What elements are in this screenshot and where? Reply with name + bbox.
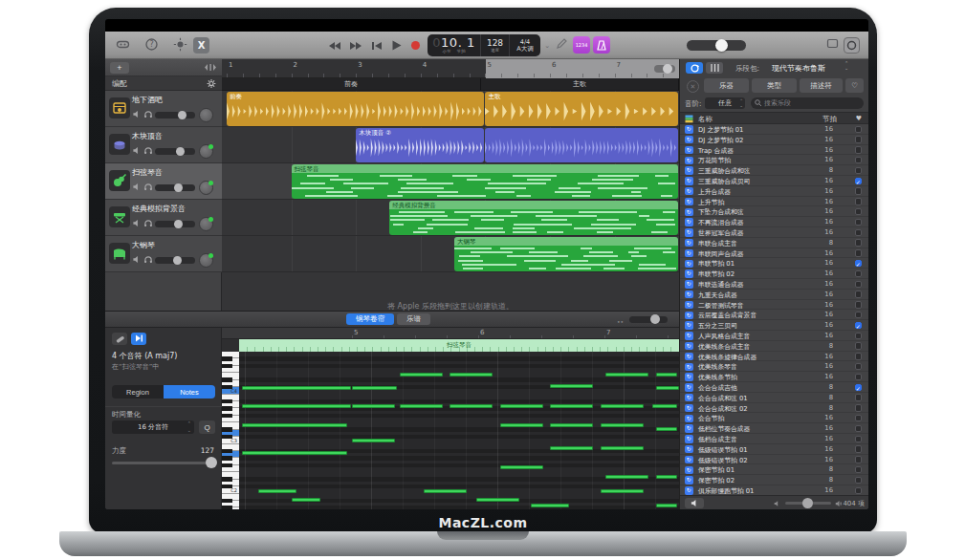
loop-favorite-checkbox[interactable]: [855, 187, 863, 195]
loop-row-35[interactable]: ↻保密节拍 028: [680, 475, 868, 485]
loop-favorite-checkbox[interactable]: [855, 157, 863, 164]
loop-favorite-checkbox[interactable]: [855, 167, 863, 175]
loop-favorite-checkbox[interactable]: [855, 291, 863, 298]
loop-favorite-checkbox[interactable]: [855, 312, 863, 319]
loop-favorite-checkbox[interactable]: [855, 136, 863, 143]
midi-note[interactable]: [550, 404, 593, 408]
region-扫弦琴音[interactable]: 扫弦琴音: [292, 164, 679, 199]
loop-favorite-checkbox[interactable]: [855, 415, 863, 422]
loop-favorite-checkbox[interactable]: [855, 487, 863, 495]
velocity-slider[interactable]: [112, 462, 215, 464]
midi-note[interactable]: [605, 373, 648, 377]
editor-tab-score[interactable]: 乐谱: [397, 313, 430, 325]
midi-note[interactable]: [242, 423, 347, 427]
loop-favorite-checkbox[interactable]: [855, 374, 863, 381]
midi-note[interactable]: [292, 498, 320, 502]
track-volume-slider[interactable]: [155, 148, 195, 155]
solo-button[interactable]: [143, 146, 153, 156]
midi-note[interactable]: [531, 504, 569, 507]
mute-button[interactable]: [132, 255, 142, 265]
piano-key-black[interactable]: [222, 449, 232, 454]
loop-row-36[interactable]: ↻俱乐部慢跑节拍 0116: [680, 485, 868, 495]
search-input[interactable]: 搜索乐段: [751, 97, 864, 109]
loop-row-34[interactable]: ↻保密节拍 018: [680, 464, 868, 475]
loop-favorite-checkbox[interactable]: [855, 126, 863, 134]
midi-note[interactable]: [476, 498, 519, 502]
editors-icon[interactable]: [824, 37, 841, 54]
mute-button[interactable]: [132, 146, 142, 156]
midi-note[interactable]: [656, 475, 677, 479]
region-木块顶音 ②[interactable]: 木块顶音 ②: [356, 128, 484, 162]
midi-note[interactable]: [352, 404, 395, 408]
loop-row-9[interactable]: ↻下坠力合成和弦16: [680, 206, 868, 217]
piano-key-black[interactable]: [222, 427, 232, 432]
piano-roll-grid[interactable]: [239, 352, 679, 509]
loop-row-16[interactable]: ↻串联选通合成器16: [680, 279, 868, 290]
piano-key-black[interactable]: [222, 364, 232, 369]
metronome-badge[interactable]: [593, 36, 610, 54]
loop-row-27[interactable]: ↻会合合成和弦 018: [680, 393, 868, 403]
favorites-heart-button[interactable]: ♡: [845, 78, 864, 93]
filter-descriptor-button[interactable]: 描述符: [800, 78, 843, 93]
section-1[interactable]: 前奏: [222, 78, 481, 91]
track-volume-slider[interactable]: [155, 257, 195, 264]
midi-note[interactable]: [550, 446, 593, 450]
midi-note[interactable]: [550, 384, 593, 388]
loop-favorite-checkbox[interactable]: [855, 394, 863, 401]
editor-catch-playhead-icon[interactable]: [131, 333, 146, 345]
mute-button[interactable]: [132, 219, 142, 228]
solo-button[interactable]: [143, 219, 153, 228]
solo-button[interactable]: [143, 110, 153, 119]
loop-favorite-checkbox[interactable]: [855, 301, 863, 309]
midi-note[interactable]: [424, 489, 467, 493]
go-to-beginning-button[interactable]: [369, 38, 384, 53]
loop-favorite-checkbox[interactable]: ✓: [855, 384, 863, 392]
loop-row-7[interactable]: ↻上升合成器16: [680, 186, 868, 197]
loop-row-25[interactable]: ↻优美线条节拍16: [680, 372, 868, 382]
loop-row-15[interactable]: ↻串联节拍 0216: [680, 269, 868, 279]
loop-favorite-checkbox[interactable]: [855, 477, 863, 485]
midi-note[interactable]: [242, 451, 347, 455]
editor-ruler[interactable]: 567: [222, 328, 679, 339]
solo-button[interactable]: [143, 255, 153, 265]
loop-favorite-checkbox[interactable]: [855, 219, 863, 226]
piano-key-black[interactable]: [222, 406, 232, 411]
region-mode-button[interactable]: Region: [112, 385, 164, 398]
piano-key-black[interactable]: [222, 377, 232, 382]
loop-row-31[interactable]: ↻低档合成主音16: [680, 434, 868, 444]
filter-genre-button[interactable]: 类型: [752, 78, 797, 93]
region-大钢琴[interactable]: 大钢琴: [454, 237, 678, 271]
loop-row-33[interactable]: ↻低级错误节拍 0216: [680, 455, 868, 465]
loop-row-13[interactable]: ↻串联回声合成器16: [680, 248, 868, 259]
loop-row-18[interactable]: ↻二极管测试琴音16: [680, 300, 868, 311]
edit-tool-icon[interactable]: [112, 333, 127, 345]
loop-favorite-checkbox[interactable]: [855, 404, 863, 412]
midi-note[interactable]: [500, 404, 543, 408]
loop-favorite-checkbox[interactable]: [855, 270, 863, 278]
midi-note[interactable]: [400, 404, 443, 408]
midi-note[interactable]: [656, 504, 677, 507]
loop-row-14[interactable]: ↻串联节拍 0116✓: [680, 258, 868, 269]
midi-note[interactable]: [352, 439, 395, 442]
midi-note[interactable]: [450, 373, 493, 377]
pan-knob[interactable]: [199, 144, 213, 159]
loop-favorite-checkbox[interactable]: [855, 342, 863, 350]
editor-zoom-slider[interactable]: [629, 316, 668, 323]
track-header-2[interactable]: 木块顶音: [105, 127, 222, 163]
region-主歌[interactable]: 主歌: [485, 92, 678, 126]
track-header-5[interactable]: 大钢琴: [105, 236, 222, 272]
midi-note[interactable]: [242, 404, 351, 408]
loop-row-26[interactable]: ↻会合合成吉他8✓: [680, 382, 868, 393]
volume-knob[interactable]: [715, 39, 728, 52]
pan-knob[interactable]: [199, 181, 213, 195]
editor-tab-piano-roll[interactable]: 钢琴卷帘: [346, 313, 394, 325]
midi-note[interactable]: [500, 423, 543, 427]
loop-list-header[interactable]: 名称 节拍 ♥: [680, 112, 868, 124]
loop-favorite-checkbox[interactable]: [855, 333, 863, 340]
loop-row-21[interactable]: ↻人声风格合成主音16: [680, 331, 868, 341]
arrange-area[interactable]: 1234567 前奏主歌 前奏主歌木块顶音 ②扫弦琴音经典模拟背景音大钢琴 将 …: [222, 59, 679, 311]
solo-button[interactable]: [143, 183, 153, 192]
loop-row-8[interactable]: ↻上升节拍16: [680, 197, 868, 207]
loop-favorite-checkbox[interactable]: [855, 363, 863, 371]
loop-row-10[interactable]: ↻不再流泪合成器16: [680, 217, 868, 227]
